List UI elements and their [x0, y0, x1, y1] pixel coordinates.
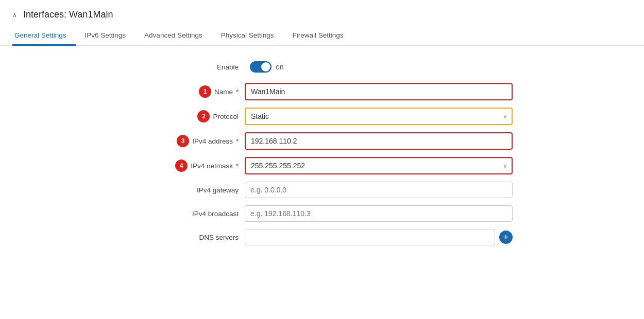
- ipv4netmask-label: IPv4 netmask *: [191, 162, 239, 170]
- tab-firewall-settings[interactable]: Firewall Settings: [283, 26, 353, 46]
- dns-input[interactable]: [245, 229, 495, 245]
- protocol-label: Protocol: [213, 113, 239, 120]
- dns-add-button[interactable]: +: [499, 231, 513, 244]
- page-header: ∧ Interfaces: Wan1Main: [0, 0, 644, 20]
- ipv4gateway-label: IPv4 gateway: [197, 186, 239, 194]
- ipv4gateway-input[interactable]: [245, 182, 513, 198]
- ipv4broadcast-row: IPv4 broadcast: [162, 205, 513, 222]
- step-badge-2: 2: [197, 110, 210, 122]
- step-badge-4: 4: [175, 160, 188, 172]
- collapse-icon[interactable]: ∧: [12, 11, 17, 19]
- tab-ipv6-settings[interactable]: IPv6 Settings: [76, 26, 135, 46]
- ipv4address-required: *: [236, 137, 239, 145]
- page-title: Interfaces: Wan1Main: [23, 9, 113, 20]
- ipv4broadcast-label-area: IPv4 broadcast: [162, 210, 245, 218]
- ipv4gateway-input-area: [245, 182, 513, 198]
- name-label-area: 1 Name *: [162, 85, 245, 98]
- protocol-select-wrapper: Static DHCP PPPoE ∨: [245, 108, 513, 125]
- protocol-row: 2 Protocol Static DHCP PPPoE ∨: [162, 108, 513, 125]
- enable-label: Enable: [217, 63, 239, 71]
- ipv4netmask-label-area: 4 IPv4 netmask *: [162, 160, 245, 172]
- name-input-area: [245, 83, 513, 100]
- ipv4netmask-select[interactable]: 255.255.255.252 255.255.255.0 255.255.0.…: [245, 157, 513, 174]
- ipv4netmask-required: *: [236, 162, 239, 170]
- dns-input-area: +: [245, 229, 513, 245]
- ipv4broadcast-input-area: [245, 205, 513, 222]
- tabs-bar: General Settings IPv6 Settings Advanced …: [0, 26, 644, 46]
- toggle-status: on: [276, 63, 284, 71]
- ipv4netmask-select-wrapper: 255.255.255.252 255.255.255.0 255.255.0.…: [245, 157, 513, 174]
- enable-row: Enable on: [162, 61, 513, 73]
- tab-general-settings[interactable]: General Settings: [12, 26, 76, 46]
- name-required: *: [236, 88, 239, 96]
- ipv4address-label-area: 3 IPv4 address *: [162, 135, 245, 147]
- dns-label: DNS servers: [199, 234, 239, 241]
- toggle-wrapper: on: [250, 61, 284, 73]
- dns-label-area: DNS servers: [162, 234, 245, 241]
- dns-input-row: +: [245, 229, 513, 245]
- ipv4gateway-row: IPv4 gateway: [162, 182, 513, 198]
- tab-physical-settings[interactable]: Physical Settings: [212, 26, 283, 46]
- enable-toggle[interactable]: [250, 61, 272, 73]
- name-row: 1 Name *: [162, 83, 513, 100]
- name-label: Name *: [214, 88, 239, 96]
- ipv4netmask-row: 4 IPv4 netmask * 255.255.255.252 255.255…: [162, 157, 513, 174]
- ipv4netmask-input-area: 255.255.255.252 255.255.255.0 255.255.0.…: [245, 157, 513, 174]
- ipv4gateway-label-area: IPv4 gateway: [162, 186, 245, 194]
- ipv4address-input-area: [245, 132, 513, 150]
- step-badge-1: 1: [199, 85, 211, 98]
- protocol-label-area: 2 Protocol: [162, 110, 245, 122]
- ipv4address-label: IPv4 address *: [192, 137, 239, 145]
- form-container: Enable on 1 Name * 2 Protocol: [162, 61, 513, 253]
- ipv4address-row: 3 IPv4 address *: [162, 132, 513, 150]
- form-area: Enable on 1 Name * 2 Protocol: [0, 46, 644, 253]
- protocol-select[interactable]: Static DHCP PPPoE: [245, 108, 513, 125]
- ipv4broadcast-input[interactable]: [245, 205, 513, 222]
- step-badge-3: 3: [177, 135, 189, 147]
- name-input[interactable]: [245, 83, 513, 100]
- ipv4address-input[interactable]: [245, 132, 513, 150]
- enable-label-area: Enable: [162, 63, 245, 71]
- toggle-knob: [261, 62, 270, 72]
- tab-advanced-settings[interactable]: Advanced Settings: [135, 26, 212, 46]
- dns-row: DNS servers +: [162, 229, 513, 245]
- ipv4broadcast-label: IPv4 broadcast: [192, 210, 239, 218]
- protocol-input-area: Static DHCP PPPoE ∨: [245, 108, 513, 125]
